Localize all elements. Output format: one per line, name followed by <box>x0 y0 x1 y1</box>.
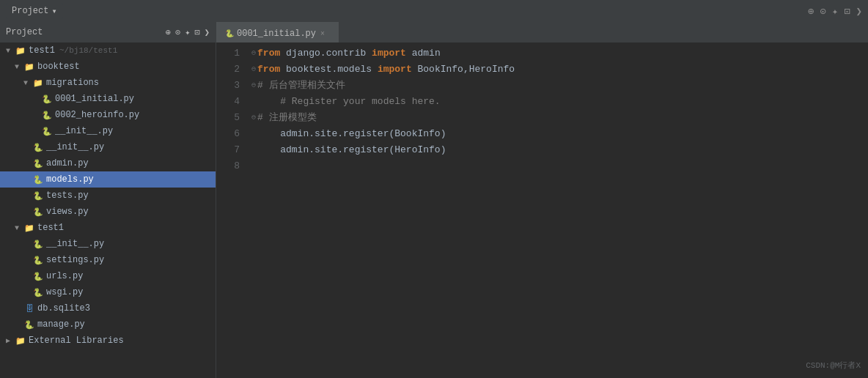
tree-item-urls-py[interactable]: 🐍urls.py <box>0 268 216 284</box>
tree-item-booktest[interactable]: ▼📁booktest <box>0 59 216 75</box>
py-file-icon: 🐍 <box>32 287 44 297</box>
code-line-5: ⊖# 注册模型类 <box>251 110 862 126</box>
tree-item-0002_heroinfo-py[interactable]: 🐍0002_heroinfo.py <box>0 107 216 123</box>
fold-placeholder-7 <box>251 142 256 158</box>
fold-placeholder-4 <box>251 94 256 110</box>
tree-item-migrations[interactable]: ▼📁migrations <box>0 75 216 91</box>
py-file-icon: 🐍 <box>32 271 44 281</box>
fold-arrow: ▼ <box>15 63 23 71</box>
tab-close-icon[interactable]: × <box>320 30 325 38</box>
code-line-2: ⊖from booktest.models import BookInfo,He… <box>251 62 862 78</box>
py-file-icon: 🐍 <box>32 142 44 152</box>
line-num-1: 1 <box>222 45 240 62</box>
tree-item-label: models.py <box>46 174 94 185</box>
sidebar-icon-4[interactable]: ⊡ <box>195 27 200 38</box>
fold-placeholder-8 <box>251 158 256 174</box>
code-content: ⊖from django.contrib import admin⊖from b… <box>246 45 868 375</box>
folder-icon: 📁 <box>32 78 44 88</box>
py-file-icon: 🐍 <box>32 255 44 265</box>
tree-item-models-py[interactable]: 🐍models.py <box>0 171 216 188</box>
code-line-7: admin.site.register(HeroInfo) <box>251 142 862 158</box>
folder-icon: 📁 <box>23 223 35 233</box>
fold-placeholder-6 <box>251 126 256 142</box>
tree-item-admin-py[interactable]: 🐍admin.py <box>0 155 216 171</box>
tab-label: 0001_initial.py <box>237 29 316 39</box>
py-file-icon: 🐍 <box>32 207 44 217</box>
toolbar-icon-3[interactable]: ✦ <box>832 5 838 18</box>
tree-item-label: test1 <box>37 223 64 233</box>
py-file-icon: 🐍 <box>23 319 35 330</box>
tree-item-label: migrations <box>46 78 99 88</box>
folder-icon: 📁 <box>15 336 26 346</box>
toolbar-icon-1[interactable]: ⊕ <box>808 5 814 18</box>
tree-item-label: db.sqlite3 <box>37 303 90 314</box>
py-file-icon: 🐍 <box>32 174 44 185</box>
fold-arrow-2[interactable]: ⊖ <box>251 62 256 78</box>
line-num-6: 6 <box>222 126 240 142</box>
fold-arrow: ▶ <box>6 336 15 345</box>
tree-item-views-py[interactable]: 🐍views.py <box>0 204 216 220</box>
py-file-icon: 🐍 <box>41 94 53 104</box>
tabs-container: 🐍settings.py×🐍models.py×🐍admin.py×🐍0002_… <box>216 22 339 42</box>
line-numbers: 12345678 <box>216 45 246 375</box>
code-line-1: ⊖from django.contrib import admin <box>251 45 862 62</box>
tree-item-label: views.py <box>46 207 89 217</box>
title-bar: Project ▾ ⊕ ⊙ ✦ ⊡ ❯ <box>0 0 868 22</box>
tree-item-label: test1 <box>29 45 55 56</box>
toolbar-icon-4[interactable]: ⊡ <box>844 5 850 18</box>
tree-item-0001_initial-py[interactable]: 🐍0001_initial.py <box>0 91 216 107</box>
tree-item-label: tests.py <box>46 190 89 201</box>
tree-item-__init__-py[interactable]: 🐍__init__.py <box>0 139 216 155</box>
tree-item-settings-py[interactable]: 🐍settings.py <box>0 252 216 268</box>
tree-item-label: 0002_heroinfo.py <box>55 110 139 120</box>
code-line-4: # Register your models here. <box>251 94 862 110</box>
py-file-icon: 🐍 <box>32 190 44 201</box>
sidebar-icon-3[interactable]: ✦ <box>185 27 190 38</box>
fold-arrow: ▼ <box>6 47 15 55</box>
tree-item-__init__-py[interactable]: 🐍__init__.py <box>0 236 216 252</box>
code-line-3: ⊖# 后台管理相关文件 <box>251 78 862 94</box>
py-file-icon: 🐍 <box>32 239 44 249</box>
project-dropdown[interactable]: Project ▾ <box>6 3 63 19</box>
tree-item-External Libraries[interactable]: ▶📁External Libraries <box>0 333 216 349</box>
tree-item-__init__-py[interactable]: 🐍__init__.py <box>0 123 216 139</box>
toolbar-icon-2[interactable]: ⊙ <box>820 5 825 18</box>
fold-arrow-1[interactable]: ⊖ <box>251 45 256 62</box>
sidebar-icon-2[interactable]: ⊙ <box>175 27 180 38</box>
main-layout: Project ⊕ ⊙ ✦ ⊡ ❯ ▼📁test1~/bj18/test1▼📁b… <box>0 22 868 378</box>
tree-item-label: manage.py <box>37 319 85 330</box>
file-tree: ▼📁test1~/bj18/test1▼📁booktest▼📁migration… <box>0 42 216 349</box>
fold-arrow-5[interactable]: ⊖ <box>251 110 256 126</box>
tree-item-db-sqlite3[interactable]: 🗄db.sqlite3 <box>0 300 216 316</box>
line-num-3: 3 <box>222 78 240 94</box>
tree-item-test1[interactable]: ▼📁test1~/bj18/test1 <box>0 42 216 59</box>
py-file-icon: 🐍 <box>41 126 53 136</box>
fold-arrow: ▼ <box>15 224 23 232</box>
tree-item-manage-py[interactable]: 🐍manage.py <box>0 316 216 333</box>
tree-item-label: booktest <box>37 62 80 72</box>
code-line-6: admin.site.register(BookInfo) <box>251 126 862 142</box>
tree-item-label: settings.py <box>46 255 104 265</box>
tree-item-label: __init__.py <box>46 239 104 249</box>
tree-item-label: urls.py <box>46 271 83 281</box>
code-area: 12345678 ⊖from django.contrib import adm… <box>216 42 868 378</box>
toolbar-icon-5[interactable]: ❯ <box>856 5 862 18</box>
tree-item-test1[interactable]: ▼📁test1 <box>0 220 216 236</box>
folder-icon: 📁 <box>15 45 26 56</box>
tree-item-label: admin.py <box>46 158 89 168</box>
sidebar-icon-1[interactable]: ⊕ <box>166 27 171 38</box>
tree-item-label: __init__.py <box>55 126 113 136</box>
editor-tab-0001_initial-py[interactable]: 🐍0001_initial.py× <box>216 25 339 42</box>
sidebar-icon-5[interactable]: ❯ <box>205 27 210 38</box>
project-label: Project <box>12 6 48 16</box>
code-line-8 <box>251 158 862 174</box>
fold-arrow-3[interactable]: ⊖ <box>251 78 256 94</box>
folder-icon: 📁 <box>23 62 35 72</box>
line-num-5: 5 <box>222 110 240 126</box>
tree-item-tests-py[interactable]: 🐍tests.py <box>0 188 216 204</box>
py-file-icon: 🐍 <box>41 110 53 120</box>
tree-item-wsgi-py[interactable]: 🐍wsgi.py <box>0 284 216 300</box>
editor-tabs: 🐍settings.py×🐍models.py×🐍admin.py×🐍0002_… <box>216 22 868 42</box>
line-num-7: 7 <box>222 142 240 158</box>
watermark: CSDN:@M行者X <box>806 360 861 371</box>
